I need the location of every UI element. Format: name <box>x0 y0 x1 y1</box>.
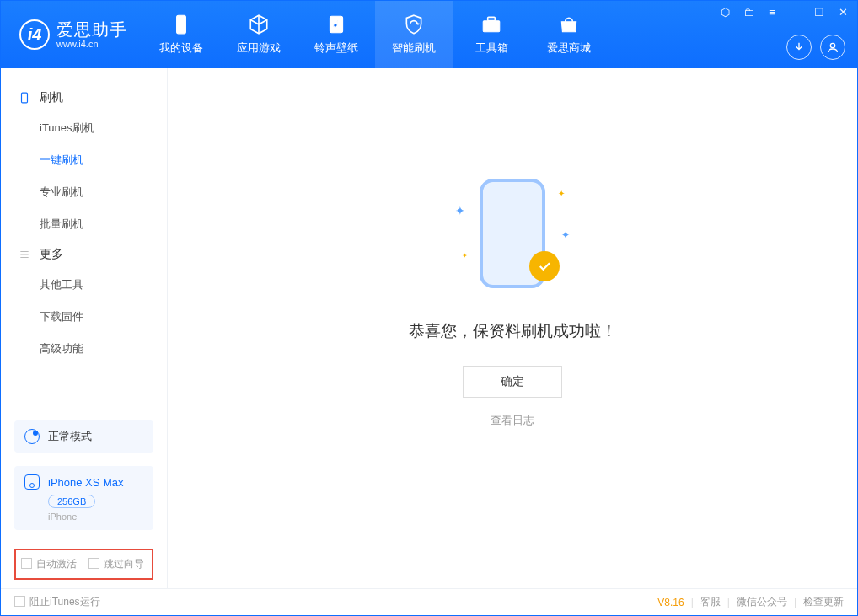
nav-smart-flash[interactable]: 智能刷机 <box>375 1 453 68</box>
check-update-link[interactable]: 检查更新 <box>803 595 844 609</box>
sidebar-item-advanced[interactable]: 高级功能 <box>1 333 167 365</box>
device-type: iPhone <box>48 512 143 522</box>
sparkle-icon: ✦ <box>558 189 565 198</box>
sidebar-item-oneclick-flash[interactable]: 一键刷机 <box>1 144 167 176</box>
svg-rect-3 <box>488 17 496 20</box>
svg-rect-5 <box>22 93 28 103</box>
sidebar-group-flash: 刷机 <box>1 83 167 112</box>
success-message: 恭喜您，保资料刷机成功啦！ <box>409 320 617 342</box>
status-bar: 阻止iTunes运行 V8.16 | 客服 | 微信公众号 | 检查更新 <box>1 588 857 615</box>
sparkle-icon: ✦ <box>455 204 465 217</box>
device-name: iPhone XS Max <box>48 476 124 489</box>
nav-my-device[interactable]: 我的设备 <box>142 1 220 68</box>
main-panel: ✦ ✦ ✦ ✦ 恭喜您，保资料刷机成功啦！ 确定 查看日志 <box>168 68 857 588</box>
device-small-icon <box>24 474 40 490</box>
nav-apps-games[interactable]: 应用游戏 <box>220 1 298 68</box>
skip-guide-checkbox[interactable]: 跳过向导 <box>88 557 144 571</box>
app-subtitle: www.i4.cn <box>56 39 127 49</box>
mode-label: 正常模式 <box>48 429 92 444</box>
success-illustration: ✦ ✦ ✦ ✦ <box>453 179 571 297</box>
sidebar-item-batch-flash[interactable]: 批量刷机 <box>1 208 167 240</box>
app-title: 爱思助手 <box>56 20 127 39</box>
title-bar: i4 爱思助手 www.i4.cn 我的设备 应用游戏 铃声壁纸 智能刷机 工具… <box>1 1 857 68</box>
lock-icon[interactable]: 🗀 <box>741 6 756 19</box>
nav-toolbox[interactable]: 工具箱 <box>453 1 530 68</box>
svg-rect-0 <box>177 15 186 34</box>
sparkle-icon: ✦ <box>462 252 468 260</box>
cube-icon <box>248 13 270 35</box>
auto-activate-checkbox[interactable]: 自动激活 <box>21 557 77 571</box>
version-label: V8.16 <box>657 597 684 608</box>
device-card[interactable]: iPhone XS Max 256GB iPhone <box>14 466 153 530</box>
device-icon <box>170 13 192 35</box>
svg-rect-2 <box>483 21 500 32</box>
sidebar-item-download-firmware[interactable]: 下载固件 <box>1 301 167 333</box>
check-icon <box>529 251 560 281</box>
toolbox-icon <box>480 13 502 35</box>
mode-icon <box>24 429 40 444</box>
top-nav: 我的设备 应用游戏 铃声壁纸 智能刷机 工具箱 爱思商城 <box>142 1 608 68</box>
music-file-icon <box>325 13 347 35</box>
sidebar-item-other-tools[interactable]: 其他工具 <box>1 269 167 301</box>
sidebar-group-more: 更多 <box>1 240 167 269</box>
sidebar-item-pro-flash[interactable]: 专业刷机 <box>1 176 167 208</box>
list-icon <box>18 248 31 261</box>
menu-icon[interactable]: ≡ <box>764 6 780 19</box>
logo-icon: i4 <box>19 19 50 50</box>
phone-icon <box>18 91 31 104</box>
capacity-badge: 256GB <box>48 495 95 508</box>
app-logo: i4 爱思助手 www.i4.cn <box>1 1 142 68</box>
sidebar-item-itunes-flash[interactable]: iTunes刷机 <box>1 112 167 144</box>
shield-refresh-icon <box>403 13 425 35</box>
sparkle-icon: ✦ <box>561 229 570 241</box>
close-button[interactable]: ✕ <box>835 6 850 19</box>
nav-ringtone-wallpaper[interactable]: 铃声壁纸 <box>298 1 375 68</box>
user-button[interactable] <box>820 35 845 60</box>
view-log-link[interactable]: 查看日志 <box>491 413 534 428</box>
header-actions <box>786 35 845 60</box>
wechat-link[interactable]: 微信公众号 <box>737 595 787 609</box>
download-button[interactable] <box>786 35 812 60</box>
svg-point-4 <box>830 43 834 47</box>
block-itunes-checkbox[interactable]: 阻止iTunes运行 <box>14 595 100 609</box>
flash-options-highlighted: 自动激活 跳过向导 <box>14 549 153 580</box>
sidebar: 刷机 iTunes刷机 一键刷机 专业刷机 批量刷机 更多 其他工具 下载固件 … <box>1 68 168 588</box>
ok-button[interactable]: 确定 <box>463 366 562 398</box>
store-icon <box>558 13 580 35</box>
minimize-button[interactable]: — <box>788 6 803 19</box>
maximize-button[interactable]: ☐ <box>812 6 827 19</box>
support-link[interactable]: 客服 <box>700 595 721 609</box>
window-controls: ⬡ 🗀 ≡ — ☐ ✕ <box>717 6 850 19</box>
device-mode-card[interactable]: 正常模式 <box>14 420 153 453</box>
nav-store[interactable]: 爱思商城 <box>530 1 608 68</box>
shirt-icon[interactable]: ⬡ <box>717 6 732 19</box>
